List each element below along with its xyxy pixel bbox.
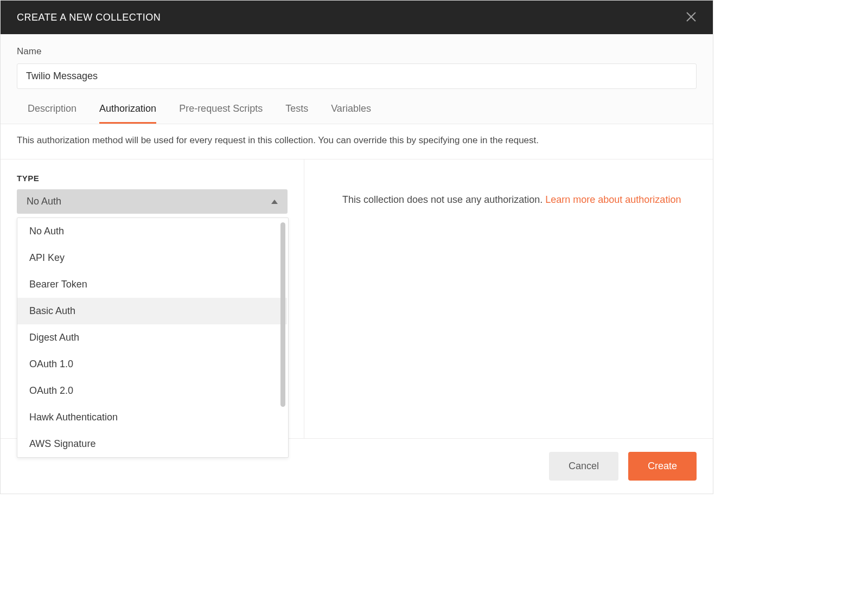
caret-up-icon [271, 200, 278, 204]
create-button[interactable]: Create [628, 452, 697, 481]
modal-header: CREATE A NEW COLLECTION [1, 1, 713, 34]
dropdown-option-digest-auth[interactable]: Digest Auth [17, 324, 287, 351]
tab-variables[interactable]: Variables [331, 103, 371, 124]
auth-right-panel: This collection does not use any authori… [304, 159, 713, 438]
name-section: Name [1, 34, 713, 89]
auth-type-selected-value: No Auth [27, 196, 61, 207]
auth-right-text: This collection does not use any authori… [342, 194, 545, 205]
tabs-row: Description Authorization Pre-request Sc… [1, 89, 713, 124]
auth-type-select[interactable]: No Auth [17, 189, 288, 214]
auth-area: TYPE No Auth No Auth API Key Bearer Toke… [1, 159, 713, 438]
dropdown-option-oauth-1[interactable]: OAuth 1.0 [17, 351, 287, 378]
tab-pre-request-scripts[interactable]: Pre-request Scripts [179, 103, 263, 124]
collection-name-input[interactable] [17, 63, 697, 89]
tab-description[interactable]: Description [28, 103, 76, 124]
dropdown-option-aws-signature[interactable]: AWS Signature [17, 431, 287, 457]
dropdown-scrollbar[interactable] [280, 222, 285, 407]
cancel-button[interactable]: Cancel [549, 452, 618, 481]
auth-type-label: TYPE [17, 174, 288, 183]
tab-tests[interactable]: Tests [285, 103, 308, 124]
dropdown-option-bearer-token[interactable]: Bearer Token [17, 271, 287, 298]
learn-more-link[interactable]: Learn more about authorization [545, 194, 681, 205]
name-label: Name [17, 46, 697, 57]
modal-body: Name Description Authorization Pre-reque… [1, 34, 713, 438]
modal-title: CREATE A NEW COLLECTION [17, 12, 161, 23]
auth-description: This authorization method will be used f… [1, 124, 713, 159]
tab-authorization[interactable]: Authorization [99, 103, 156, 124]
dropdown-option-api-key[interactable]: API Key [17, 245, 287, 271]
auth-left-panel: TYPE No Auth No Auth API Key Bearer Toke… [1, 159, 304, 438]
dropdown-option-no-auth[interactable]: No Auth [17, 218, 287, 245]
dropdown-option-hawk[interactable]: Hawk Authentication [17, 404, 287, 431]
auth-type-dropdown: No Auth API Key Bearer Token Basic Auth … [17, 218, 289, 458]
dropdown-option-basic-auth[interactable]: Basic Auth [17, 298, 287, 324]
close-icon[interactable] [686, 10, 697, 24]
dropdown-option-oauth-2[interactable]: OAuth 2.0 [17, 378, 287, 404]
create-collection-modal: CREATE A NEW COLLECTION Name Description… [0, 0, 713, 494]
